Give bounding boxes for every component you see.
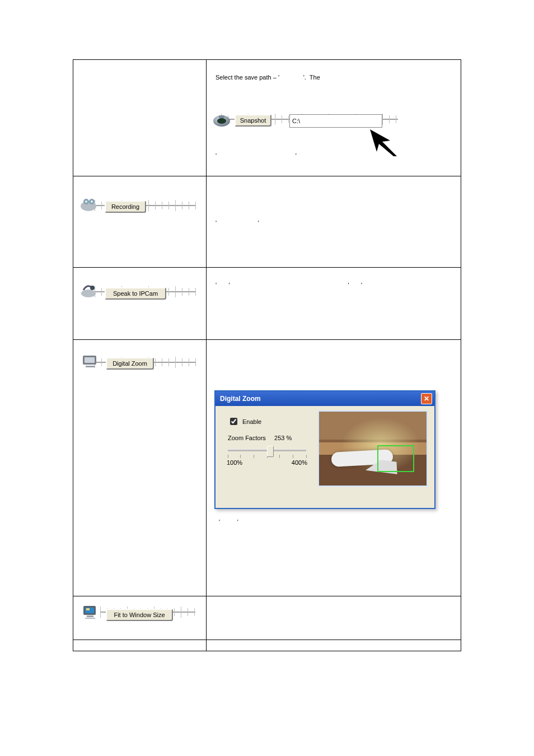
- digital-zoom-button[interactable]: Digital Zoom: [106, 357, 154, 370]
- snapshot-icon: [212, 111, 232, 128]
- close-icon[interactable]: ✕: [421, 393, 432, 404]
- svg-rect-16: [86, 608, 90, 610]
- svg-point-10: [90, 286, 95, 290]
- zoom-factors-value: 253 %: [274, 435, 292, 441]
- recording-icon: [79, 196, 98, 213]
- zoom-desc-after: ' ': [219, 518, 238, 526]
- zoom-factors-label: Zoom Factors: [228, 435, 266, 441]
- row1-top-desc: Select the save path – ' '. The: [216, 73, 452, 82]
- svg-point-7: [85, 200, 87, 203]
- snapshot-button[interactable]: Snapshot: [235, 114, 271, 127]
- zoom-slider[interactable]: 100% 400%: [228, 446, 306, 467]
- zoom-region-box[interactable]: [377, 445, 414, 472]
- svg-point-9: [81, 290, 96, 297]
- snapshot-path-input[interactable]: C:\: [289, 114, 382, 128]
- recording-button[interactable]: Recording: [105, 200, 146, 213]
- speak-icon: [79, 282, 98, 299]
- svg-rect-2: [219, 115, 224, 118]
- digital-zoom-icon: [81, 353, 99, 368]
- speak-button[interactable]: Speak to IPCam: [105, 287, 166, 300]
- enable-checkbox[interactable]: [230, 418, 237, 425]
- svg-rect-12: [85, 357, 95, 363]
- svg-rect-13: [86, 366, 95, 367]
- speak-desc: ' ' ' ': [216, 281, 452, 290]
- enable-label: Enable: [242, 418, 261, 425]
- svg-rect-17: [87, 615, 93, 617]
- slider-max: 400%: [292, 459, 307, 466]
- fit-window-button[interactable]: Fit to Window Size: [106, 609, 173, 621]
- svg-rect-18: [85, 618, 95, 619]
- svg-point-1: [217, 118, 226, 124]
- digital-zoom-title: Digital Zoom: [220, 395, 261, 403]
- recording-desc: ' ': [216, 219, 452, 227]
- zoom-preview: [318, 410, 428, 487]
- slider-min: 100%: [227, 459, 242, 466]
- fit-window-icon: [81, 604, 99, 620]
- digital-zoom-dialog: Digital Zoom ✕ Enable Zoom Factors 253 %: [214, 390, 435, 509]
- svg-point-8: [91, 200, 93, 203]
- row1-bottom-desc: ' ': [216, 152, 452, 160]
